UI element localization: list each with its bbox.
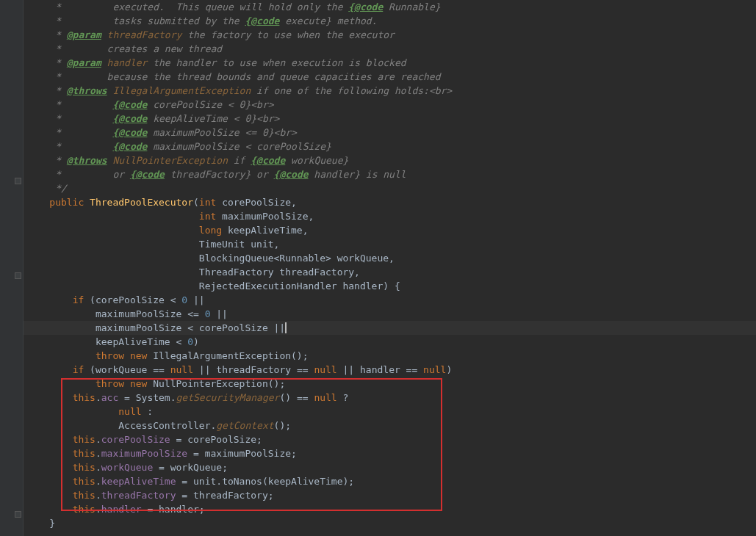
code-line[interactable]: * @param threadFactory the factory to us… bbox=[24, 28, 756, 42]
code-token: * bbox=[26, 57, 67, 68]
code-line[interactable]: */ bbox=[24, 181, 756, 195]
code-line[interactable]: maximumPoolSize < corePoolSize || bbox=[24, 321, 756, 335]
code-line[interactable]: * {@code keepAliveTime < 0}<br> bbox=[24, 112, 756, 126]
code-line[interactable]: throw new NullPointerException(); bbox=[24, 377, 756, 391]
code-line[interactable]: * {@code maximumPoolSize < corePoolSize} bbox=[24, 140, 756, 153]
code-token: @throws bbox=[67, 155, 107, 166]
code-line[interactable]: RejectedExecutionHandler handler) { bbox=[24, 279, 756, 293]
code-token bbox=[26, 294, 73, 305]
code-line[interactable]: * {@code maximumPoolSize <= 0}<br> bbox=[24, 126, 756, 140]
code-token: } bbox=[26, 518, 55, 529]
code-line[interactable]: * @throws NullPointerException if {@code… bbox=[24, 153, 756, 167]
code-token bbox=[101, 57, 107, 68]
code-token: * bbox=[26, 127, 112, 138]
code-token: ThreadFactory threadFactory, bbox=[26, 267, 360, 278]
code-line[interactable]: this.threadFactory = threadFactory; bbox=[24, 488, 756, 502]
code-token: . bbox=[96, 490, 101, 501]
code-token: . bbox=[96, 392, 101, 403]
code-token: IllegalArgumentException(); bbox=[147, 350, 308, 361]
code-token: getSecurityManager bbox=[176, 392, 280, 403]
code-line[interactable]: maximumPoolSize <= 0 || bbox=[24, 307, 756, 321]
fold-marker-icon[interactable] bbox=[15, 272, 21, 279]
code-line[interactable]: * or {@code threadFactory} or {@code han… bbox=[24, 167, 756, 181]
code-token: NullPointerException(); bbox=[147, 378, 285, 389]
code-token: Runnable} bbox=[383, 1, 440, 12]
code-token: corePoolSize < 0}<br> bbox=[147, 99, 273, 110]
code-token: NullPointerException bbox=[112, 155, 228, 166]
code-token: {@code bbox=[112, 113, 147, 124]
code-line[interactable]: ThreadFactory threadFactory, bbox=[24, 265, 756, 279]
code-line[interactable]: this.handler = handler; bbox=[24, 502, 756, 516]
code-token: keepAliveTime bbox=[101, 476, 176, 487]
code-token: {@code bbox=[112, 127, 147, 138]
code-token: * bbox=[26, 141, 112, 152]
code-line[interactable]: int maximumPoolSize, bbox=[24, 209, 756, 223]
code-token: * executed. This queue will hold only th… bbox=[26, 1, 348, 12]
code-line[interactable]: this.workQueue = workQueue; bbox=[24, 460, 756, 474]
code-token: this bbox=[73, 434, 96, 445]
code-token: || bbox=[210, 308, 227, 319]
code-token: * because the thread bounds and queue ca… bbox=[26, 71, 441, 82]
code-line[interactable]: * tasks submitted by the {@code execute}… bbox=[24, 14, 756, 28]
code-token: {@code bbox=[245, 15, 279, 26]
code-token bbox=[26, 350, 96, 361]
code-line[interactable]: * @throws IllegalArgumentException if on… bbox=[24, 84, 756, 98]
code-line[interactable]: } bbox=[24, 516, 756, 530]
code-token: corePoolSize, bbox=[216, 197, 297, 208]
code-token: AccessController. bbox=[26, 420, 216, 431]
text-caret bbox=[285, 322, 287, 333]
code-token: . bbox=[96, 448, 101, 459]
code-editor[interactable]: * executed. This queue will hold only th… bbox=[24, 0, 756, 530]
code-token: handler bbox=[107, 57, 148, 68]
code-line[interactable]: throw new IllegalArgumentException(); bbox=[24, 349, 756, 363]
code-line[interactable]: if (corePoolSize < 0 || bbox=[24, 293, 756, 307]
code-token: this bbox=[73, 462, 96, 473]
fold-marker-icon[interactable] bbox=[15, 511, 21, 518]
code-token: @param bbox=[67, 29, 101, 40]
code-line[interactable]: BlockingQueue<Runnable> workQueue, bbox=[24, 251, 756, 265]
code-token: (workQueue == bbox=[84, 364, 170, 375]
code-token: . bbox=[96, 462, 101, 473]
code-token: this bbox=[73, 504, 96, 515]
code-line[interactable]: this.corePoolSize = corePoolSize; bbox=[24, 432, 756, 446]
code-token: IllegalArgumentException bbox=[112, 85, 251, 96]
code-token bbox=[101, 29, 107, 40]
code-token: * tasks submitted by the bbox=[26, 15, 245, 26]
code-token: = workQueue; bbox=[153, 462, 228, 473]
code-line[interactable]: this.keepAliveTime = unit.toNanos(keepAl… bbox=[24, 474, 756, 488]
code-line[interactable]: null : bbox=[24, 405, 756, 419]
code-token: maximumPoolSize < corePoolSize} bbox=[147, 141, 331, 152]
code-token bbox=[26, 392, 73, 403]
code-line[interactable]: public ThreadPoolExecutor(int corePoolSi… bbox=[24, 195, 756, 209]
code-token: execute} method. bbox=[279, 15, 377, 26]
code-token: RejectedExecutionHandler handler) { bbox=[26, 280, 400, 291]
code-line[interactable]: * @param handler the handler to use when… bbox=[24, 56, 756, 70]
code-line[interactable]: * {@code corePoolSize < 0}<br> bbox=[24, 98, 756, 112]
code-line[interactable]: this.acc = System.getSecurityManager() =… bbox=[24, 391, 756, 405]
code-line[interactable]: * executed. This queue will hold only th… bbox=[24, 0, 756, 14]
code-line[interactable]: keepAliveTime < 0) bbox=[24, 335, 756, 349]
code-token: () == bbox=[279, 392, 314, 403]
code-line[interactable]: * because the thread bounds and queue ca… bbox=[24, 70, 756, 84]
fold-marker-icon[interactable] bbox=[15, 178, 21, 184]
code-token: . bbox=[96, 476, 101, 487]
code-token bbox=[84, 197, 90, 208]
code-token: {@code bbox=[251, 155, 285, 166]
code-line[interactable]: * creates a new thread bbox=[24, 42, 756, 56]
code-line[interactable]: TimeUnit unit, bbox=[24, 237, 756, 251]
code-token: maximumPoolSize, bbox=[216, 211, 314, 222]
code-token bbox=[26, 462, 73, 473]
code-token: maximumPoolSize < corePoolSize || bbox=[26, 322, 285, 333]
code-token: the factory to use when the executor bbox=[181, 29, 395, 40]
code-token: acc bbox=[101, 392, 118, 403]
code-token: TimeUnit unit, bbox=[26, 239, 279, 250]
code-token bbox=[26, 197, 49, 208]
code-line[interactable]: long keepAliveTime, bbox=[24, 223, 756, 237]
code-line[interactable]: if (workQueue == null || threadFactory =… bbox=[24, 363, 756, 377]
code-token: throw new bbox=[96, 378, 147, 389]
code-line[interactable]: this.maximumPoolSize = maximumPoolSize; bbox=[24, 446, 756, 460]
code-token: ? bbox=[337, 392, 349, 403]
code-line[interactable]: AccessController.getContext(); bbox=[24, 419, 756, 432]
code-token: {@code bbox=[112, 141, 147, 152]
code-token: {@code bbox=[274, 169, 309, 180]
